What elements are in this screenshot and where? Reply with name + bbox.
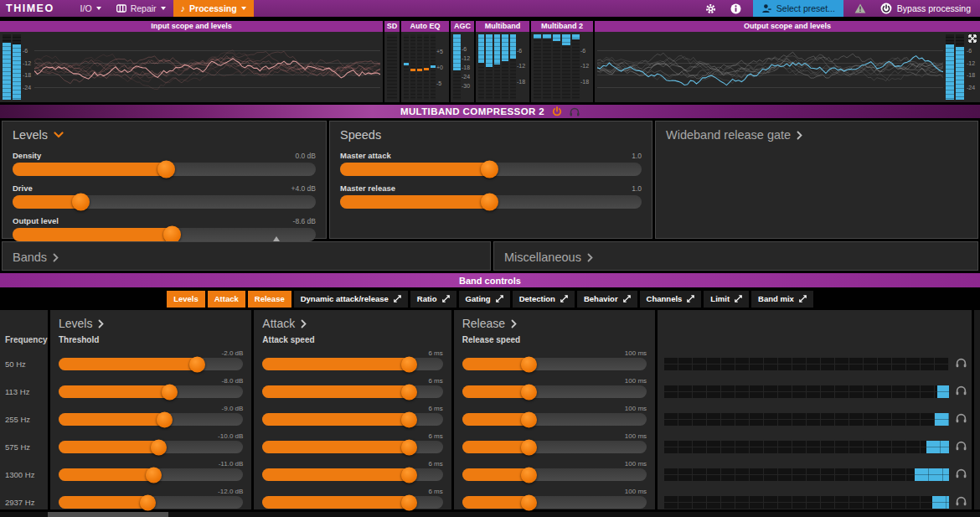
fullscreen-toggle-button[interactable] (967, 34, 977, 44)
attack-slider[interactable] (262, 468, 442, 481)
band-frequency: 255 Hz (5, 405, 44, 432)
miscellaneous-title[interactable]: Miscellaneous (504, 249, 967, 266)
tab-channels[interactable]: Channels (640, 291, 702, 308)
threshold-row: -2.0 dB (59, 349, 243, 377)
info-button[interactable] (728, 0, 745, 17)
attack-slider[interactable] (262, 385, 442, 398)
slider-knob[interactable] (162, 384, 178, 400)
tab-dynamic-attack-release[interactable]: Dynamic attack/release (294, 291, 408, 308)
slider-knob[interactable] (521, 439, 537, 455)
threshold-slider[interactable] (59, 413, 243, 426)
band-solo-headphones-icon[interactable] (956, 358, 967, 368)
release-slider[interactable] (462, 441, 647, 453)
output-scope-panel: Output scope and levels -6 -12 -18 (595, 21, 980, 102)
master-release-slider[interactable] (340, 195, 642, 209)
master-attack-slider[interactable] (340, 163, 642, 176)
slider-knob[interactable] (140, 494, 156, 510)
threshold-slider[interactable] (59, 468, 243, 481)
attack-column-title[interactable]: Attack (262, 314, 442, 333)
menu-repair[interactable]: Repair (109, 0, 173, 17)
multiband2-title: Multiband 2 (531, 21, 593, 32)
chevron-right-icon (98, 319, 104, 328)
solo-headphones-icon[interactable] (570, 107, 580, 116)
band-meter-row (664, 405, 967, 432)
slider-knob[interactable] (401, 384, 417, 400)
tab-levels[interactable]: Levels (167, 291, 205, 308)
menu-processing[interactable]: ♪ Processing (173, 0, 254, 17)
threshold-slider[interactable] (59, 441, 243, 453)
attack-slider[interactable] (262, 358, 442, 370)
slider-knob[interactable] (521, 411, 537, 427)
tab-gating[interactable]: Gating (459, 291, 510, 308)
menu-io[interactable]: I/O (73, 0, 109, 17)
gain-reduction-meters-column (658, 310, 972, 509)
info-icon (730, 3, 741, 14)
release-column-title[interactable]: Release (462, 314, 647, 333)
slider-knob[interactable] (481, 194, 498, 211)
levels-column-title[interactable]: Levels (59, 314, 243, 333)
tab-band-mix[interactable]: Band mix (751, 291, 813, 308)
slider-knob[interactable] (151, 439, 167, 455)
release-slider[interactable] (462, 413, 647, 426)
release-slider[interactable] (462, 468, 647, 481)
release-slider[interactable] (462, 385, 647, 398)
expand-icon (687, 295, 694, 302)
slider-knob[interactable] (401, 439, 417, 455)
warning-button[interactable] (852, 0, 869, 17)
bypass-processing-button[interactable]: Bypass processing (877, 3, 974, 14)
wideband-release-gate-title[interactable]: Wideband release gate (666, 127, 967, 143)
threshold-slider[interactable] (59, 358, 243, 370)
tab-release[interactable]: Release (248, 291, 291, 308)
threshold-row: -11.0 dB (59, 460, 243, 488)
slider-knob[interactable] (521, 356, 537, 372)
levels-panel-title[interactable]: Levels (13, 127, 316, 143)
multiband2-panel: Multiband 2 -6 -12 -18 (531, 21, 593, 102)
slider-knob[interactable] (189, 356, 205, 372)
density-slider[interactable] (13, 163, 316, 176)
multiband2-scale: -6 -12 -18 (580, 34, 591, 100)
attack-row: 6 ms (262, 460, 442, 488)
slider-knob[interactable] (72, 194, 90, 211)
band-solo-headphones-icon[interactable] (956, 385, 967, 396)
speeds-panel-title[interactable]: Speeds (340, 127, 642, 143)
drive-value: +4.0 dB (291, 184, 316, 193)
tab-behavior[interactable]: Behavior (577, 291, 637, 308)
attack-slider[interactable] (262, 413, 442, 426)
slider-knob[interactable] (157, 411, 173, 427)
output-level-slider[interactable] (13, 228, 316, 241)
slider-knob[interactable] (146, 467, 162, 483)
slider-knob[interactable] (157, 161, 175, 178)
bands-title[interactable]: Bands (13, 249, 480, 266)
threshold-slider[interactable] (59, 496, 243, 509)
repair-icon (116, 4, 126, 13)
tab-ratio[interactable]: Ratio (410, 291, 456, 308)
vertical-scrollbar[interactable] (974, 310, 980, 509)
select-preset-button[interactable]: Select preset... (753, 0, 843, 17)
attack-slider[interactable] (262, 496, 442, 509)
settings-button[interactable] (703, 0, 720, 17)
slider-knob[interactable] (401, 356, 417, 372)
horizontal-scrollbar-thumb[interactable] (48, 512, 168, 517)
tab-detection[interactable]: Detection (513, 291, 575, 308)
slider-knob[interactable] (401, 494, 417, 510)
threshold-column: Levels Threshold -2.0 dB -8.0 dB -9.0 dB… (50, 310, 251, 509)
tab-limit[interactable]: Limit (704, 291, 749, 308)
slider-knob[interactable] (521, 384, 537, 400)
band-solo-headphones-icon[interactable] (956, 496, 967, 506)
release-slider[interactable] (462, 358, 647, 370)
threshold-slider[interactable] (59, 385, 243, 398)
slider-knob[interactable] (521, 467, 537, 483)
slider-knob[interactable] (401, 467, 417, 483)
slider-knob[interactable] (521, 494, 537, 510)
slider-knob[interactable] (481, 161, 498, 178)
power-toggle-icon[interactable] (552, 106, 562, 116)
attack-slider[interactable] (262, 441, 442, 453)
tab-attack[interactable]: Attack (208, 291, 245, 308)
horizontal-scrollbar[interactable] (0, 512, 980, 517)
drive-slider[interactable] (13, 195, 316, 209)
release-slider[interactable] (462, 496, 647, 509)
slider-knob[interactable] (401, 411, 417, 427)
band-solo-headphones-icon[interactable] (956, 441, 967, 451)
band-solo-headphones-icon[interactable] (956, 413, 967, 423)
band-solo-headphones-icon[interactable] (956, 468, 967, 478)
